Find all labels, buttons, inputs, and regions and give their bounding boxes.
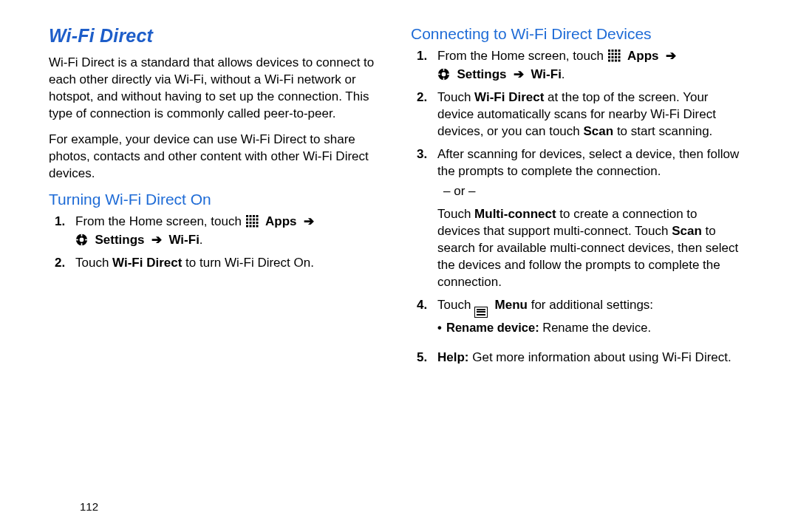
apps-grid-icon [607, 49, 621, 62]
svg-rect-35 [611, 60, 613, 62]
step-b1-line2: Settings ➔ Wi-Fi. [437, 66, 742, 83]
svg-rect-33 [618, 56, 620, 58]
svg-rect-7 [256, 219, 258, 221]
svg-rect-8 [246, 222, 248, 224]
svg-rect-22 [608, 50, 610, 52]
svg-rect-28 [615, 53, 617, 55]
svg-rect-5 [249, 219, 251, 221]
svg-rect-29 [618, 53, 620, 55]
step-b4-bullets: Rename device: Rename the device. [437, 319, 742, 338]
settings-gear-icon [75, 233, 88, 246]
svg-rect-10 [253, 222, 255, 224]
svg-rect-24 [615, 50, 617, 52]
step-a2: 2. Touch Wi-Fi Direct to turn Wi-Fi Dire… [49, 254, 384, 277]
svg-rect-6 [253, 219, 255, 221]
svg-rect-14 [253, 225, 255, 228]
page-number: 112 [80, 500, 98, 513]
bullet-rename-device: Rename device: Rename the device. [446, 319, 742, 338]
svg-point-17 [80, 238, 84, 242]
svg-rect-40 [443, 68, 445, 70]
step-b1: 1. From the Home screen, touch Apps ➔ Se… [411, 47, 742, 89]
svg-rect-1 [249, 215, 251, 217]
svg-rect-42 [437, 74, 440, 75]
svg-rect-23 [611, 50, 613, 52]
svg-rect-15 [256, 225, 258, 228]
svg-rect-25 [618, 50, 620, 52]
or-divider: – or – [437, 183, 742, 200]
step-b3: 3. After scanning for devices, select a … [411, 146, 742, 296]
svg-rect-0 [246, 215, 248, 217]
svg-rect-20 [75, 239, 78, 241]
section-connecting-heading: Connecting to Wi-Fi Direct Devices [411, 25, 742, 43]
svg-rect-21 [85, 239, 87, 241]
svg-rect-3 [256, 215, 258, 217]
menu-icon [474, 307, 488, 318]
step-a1: 1. From the Home screen, touch Apps ➔ Se… [49, 213, 384, 254]
svg-rect-31 [611, 56, 613, 58]
svg-rect-18 [81, 233, 83, 236]
svg-rect-32 [615, 56, 617, 58]
svg-rect-27 [611, 53, 613, 55]
svg-rect-11 [256, 222, 258, 224]
svg-rect-37 [618, 60, 620, 62]
step-a1-line2: Settings ➔ Wi-Fi. [75, 231, 384, 248]
step-b4: 4. Touch Menu for additional settings: R… [411, 296, 742, 349]
right-column: Connecting to Wi-Fi Direct Devices 1. Fr… [400, 25, 752, 532]
svg-rect-30 [608, 56, 610, 58]
section-turning-on-heading: Turning Wi-Fi Direct On [49, 191, 384, 208]
svg-rect-12 [246, 225, 248, 228]
svg-rect-2 [253, 215, 255, 217]
svg-rect-9 [249, 222, 251, 224]
step-b2: 2. Touch Wi-Fi Direct at the top of the … [411, 89, 742, 146]
svg-rect-36 [615, 60, 617, 62]
svg-point-39 [442, 72, 446, 77]
step-b5: 5. Help: Get more information about usin… [411, 349, 742, 372]
svg-rect-19 [81, 243, 83, 245]
svg-rect-4 [246, 219, 248, 221]
svg-rect-13 [249, 225, 251, 228]
left-column: Wi-Fi Direct Wi-Fi Direct is a standard … [49, 25, 400, 532]
manual-page: Wi-Fi Direct Wi-Fi Direct is a standard … [0, 0, 798, 532]
intro-paragraph-2: For example, your device can use Wi-Fi D… [49, 131, 384, 182]
apps-grid-icon [245, 214, 259, 228]
svg-rect-41 [443, 78, 445, 80]
svg-rect-43 [447, 74, 449, 75]
page-title: Wi-Fi Direct [49, 25, 384, 47]
settings-gear-icon [437, 68, 450, 81]
svg-rect-34 [608, 60, 610, 62]
turning-on-steps: 1. From the Home screen, touch Apps ➔ Se… [49, 213, 384, 277]
intro-paragraph-1: Wi-Fi Direct is a standard that allows d… [49, 54, 384, 122]
connecting-steps: 1. From the Home screen, touch Apps ➔ Se… [411, 47, 742, 372]
svg-rect-26 [608, 53, 610, 55]
